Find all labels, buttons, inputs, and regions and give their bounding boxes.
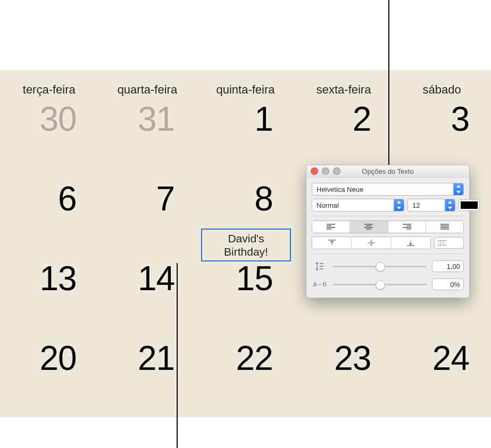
valign-bottom-button[interactable] — [392, 237, 430, 249]
calendar-cell[interactable]: 20 — [0, 337, 98, 417]
text-options-body: Helvetica Neue Normal 12 — [306, 177, 469, 298]
day-header: sexta-feira — [295, 83, 393, 97]
day-number: 14 — [138, 259, 174, 298]
calendar-cell[interactable]: 1 — [196, 98, 295, 178]
day-number: 15 — [236, 259, 273, 298]
day-number: 1 — [254, 99, 273, 139]
calendar-cell[interactable]: 7 — [98, 178, 197, 258]
tracking-value-field[interactable]: 0% — [432, 278, 464, 290]
day-number: 22 — [236, 339, 273, 378]
minimize-window-button[interactable] — [322, 167, 329, 175]
calendar-cell[interactable]: 14 — [98, 258, 197, 337]
horizontal-alignment-segmented — [312, 221, 464, 233]
event-text: David's Birthday! — [224, 232, 268, 258]
day-number: 30 — [39, 99, 76, 139]
text-color-swatch — [461, 201, 478, 209]
calendar-cell[interactable]: 6 — [0, 178, 98, 258]
font-size-value: 12 — [412, 201, 420, 209]
dropdown-stepper-icon[interactable] — [446, 240, 453, 246]
day-header: quinta-feira — [196, 83, 295, 97]
day-number: 6 — [58, 179, 77, 218]
day-number: 20 — [39, 339, 76, 378]
zoom-window-button[interactable] — [333, 167, 340, 175]
align-justify-button[interactable] — [426, 221, 463, 233]
align-right-button[interactable] — [388, 221, 426, 233]
font-family-value: Helvetica Neue — [317, 185, 363, 193]
day-number: 31 — [138, 99, 174, 139]
align-center-button[interactable] — [350, 221, 388, 233]
valign-middle-button[interactable] — [352, 237, 391, 249]
callout-line-to-event — [177, 263, 178, 448]
font-style-value: Normal — [317, 201, 339, 209]
calendar-day-headers: terça-feira quarta-feira quinta-feira se… — [0, 83, 491, 97]
day-number: 2 — [353, 99, 371, 139]
tracking-icon: A↔B — [312, 281, 328, 288]
window-traffic-lights — [311, 167, 340, 175]
slider-knob[interactable] — [376, 262, 385, 272]
calendar-cell[interactable]: 22 — [196, 337, 295, 417]
columns-icon — [438, 240, 446, 246]
font-family-select[interactable]: Helvetica Neue — [312, 183, 464, 196]
calendar-cell[interactable]: 13 — [0, 258, 98, 337]
calendar-cell[interactable]: 23 — [295, 337, 393, 417]
calendar-cell[interactable]: 30 — [0, 98, 98, 178]
day-header: terça-feira — [0, 83, 98, 97]
calendar-cell[interactable]: 15 — [196, 258, 295, 337]
dropdown-stepper-icon[interactable] — [394, 199, 404, 211]
day-number: 21 — [138, 339, 174, 378]
font-style-select[interactable]: Normal — [312, 199, 404, 212]
font-size-select[interactable]: 12 — [407, 199, 455, 212]
align-left-button[interactable] — [312, 221, 350, 233]
day-header: quarta-feira — [98, 83, 197, 97]
close-window-button[interactable] — [311, 167, 318, 175]
day-number: 3 — [451, 99, 469, 139]
calendar-cell[interactable]: 24 — [393, 337, 491, 417]
vertical-alignment-segmented — [312, 236, 431, 249]
event-line: Birthday! — [224, 246, 268, 258]
tracking-slider[interactable] — [333, 279, 427, 290]
window-titlebar[interactable]: Opções do Texto — [306, 165, 469, 177]
event-line: David's — [228, 232, 264, 244]
calendar-event-text-box[interactable]: David's Birthday! — [201, 229, 291, 261]
slider-knob[interactable] — [376, 280, 385, 290]
line-spacing-icon — [312, 261, 328, 271]
dropdown-stepper-icon[interactable] — [445, 199, 455, 211]
day-number: 24 — [432, 339, 469, 378]
line-spacing-value-field[interactable]: 1,00 — [432, 260, 464, 272]
text-color-well[interactable] — [459, 199, 480, 211]
calendar-cell[interactable]: 31 — [98, 98, 197, 178]
svg-rect-0 — [438, 241, 446, 246]
day-number: 23 — [334, 339, 371, 378]
columns-select[interactable] — [434, 237, 464, 249]
callout-line-to-text-options — [388, 0, 389, 166]
day-number: 8 — [254, 179, 273, 218]
calendar-cell[interactable]: 21 — [98, 337, 197, 417]
text-options-window[interactable]: Opções do Texto Helvetica Neue Normal — [306, 165, 470, 298]
line-spacing-slider[interactable] — [333, 261, 427, 272]
valign-top-button[interactable] — [312, 237, 352, 249]
calendar-row: 20 21 22 23 24 — [0, 337, 491, 417]
day-number: 13 — [39, 259, 76, 298]
day-number: 7 — [156, 179, 175, 218]
dropdown-stepper-icon[interactable] — [453, 183, 463, 195]
day-header: sábado — [393, 83, 491, 97]
